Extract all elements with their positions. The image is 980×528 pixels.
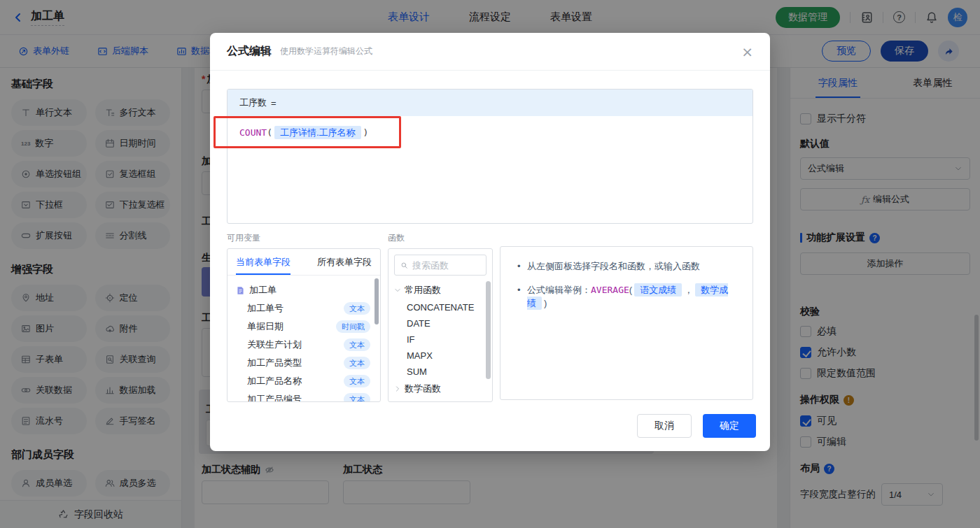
- function-item[interactable]: MAPX: [388, 348, 492, 364]
- formula-target-field: 工序数: [239, 97, 267, 109]
- variables-box: 当前表单字段 所有表单字段 加工单 加工单号 文本: [227, 248, 381, 402]
- formula-target-strip: 工序数 =: [227, 90, 752, 116]
- function-name: COUNT: [239, 127, 267, 138]
- variable-row[interactable]: 加工产品编号 文本: [227, 390, 380, 402]
- document-icon: [236, 286, 245, 295]
- type-badge: 文本: [344, 338, 370, 351]
- function-item[interactable]: IF: [388, 331, 492, 348]
- formula-editor-box[interactable]: 工序数 = COUNT(工序详情.工序名称): [227, 89, 753, 224]
- variables-tabs: 当前表单字段 所有表单字段: [227, 249, 380, 276]
- tab-all-form-fields[interactable]: 所有表单字段: [317, 249, 372, 275]
- functions-label: 函数: [388, 232, 493, 244]
- type-badge: 文本: [344, 393, 370, 402]
- function-group-math[interactable]: 数学函数: [388, 380, 492, 398]
- function-search-input[interactable]: [412, 260, 480, 271]
- help-column: 从左侧面板选择字段名和函数，或输入函数 公式编辑举例：AVERAGE(语文成绩，…: [500, 232, 753, 402]
- confirm-button[interactable]: 确定: [703, 414, 756, 438]
- equals-sign: =: [271, 98, 276, 108]
- formula-edit-dialog: 公式编辑 使用数学运算符编辑公式 × 工序数 = COUNT(工序详情.工序名称…: [210, 33, 770, 451]
- functions-scrollbar[interactable]: [486, 281, 491, 379]
- help-tip-1: 从左侧面板选择字段名和函数，或输入函数: [516, 259, 737, 273]
- example-function-name: AVERAGE: [591, 285, 629, 295]
- variable-row[interactable]: 加工单号 文本: [227, 299, 380, 317]
- formula-expression[interactable]: COUNT(工序详情.工序名称): [227, 116, 752, 150]
- dialog-title: 公式编辑: [227, 44, 272, 59]
- help-box: 从左侧面板选择字段名和函数，或输入函数 公式编辑举例：AVERAGE(语文成绩，…: [500, 246, 753, 400]
- function-item[interactable]: CONCATENATE: [388, 299, 492, 315]
- functions-box: 常用函数 CONCATENATE DATE IF MAPX SUM 数学函数 文…: [388, 248, 493, 402]
- dialog-body: 工序数 = COUNT(工序详情.工序名称) 可用变量 当前表单字段 所有表单字…: [210, 71, 770, 402]
- function-search[interactable]: [394, 255, 486, 276]
- variables-scrollbar[interactable]: [374, 278, 379, 324]
- chevron-down-icon: [394, 287, 401, 294]
- cancel-button[interactable]: 取消: [637, 414, 692, 438]
- function-group-common[interactable]: 常用函数: [388, 281, 492, 299]
- search-icon: [400, 261, 408, 270]
- example-chip-1: 语文成绩: [634, 283, 682, 297]
- type-badge: 文本: [344, 302, 370, 315]
- function-item[interactable]: DATE: [388, 315, 492, 331]
- variable-row[interactable]: 加工产品名称 文本: [227, 372, 380, 390]
- dialog-footer: 取消 确定: [637, 414, 756, 438]
- help-tip-2: 公式编辑举例：AVERAGE(语文成绩，数学成绩): [516, 283, 737, 311]
- close-icon[interactable]: ×: [741, 45, 753, 59]
- function-group-text[interactable]: 文本函数: [388, 398, 492, 402]
- tree-root-form[interactable]: 加工单: [227, 281, 380, 299]
- variables-tree: 加工单 加工单号 文本 单据日期 时间戳 关联生产计划 文本 加工产品类型: [227, 276, 380, 402]
- tab-current-form-fields[interactable]: 当前表单字段: [236, 249, 290, 275]
- function-item[interactable]: SUM: [388, 364, 492, 380]
- variable-row[interactable]: 关联生产计划 文本: [227, 336, 380, 354]
- dialog-header: 公式编辑 使用数学运算符编辑公式 ×: [210, 33, 770, 71]
- variables-label: 可用变量: [227, 232, 381, 244]
- type-badge: 文本: [344, 357, 370, 369]
- dialog-middle-row: 可用变量 当前表单字段 所有表单字段 加工单 加工单号: [227, 232, 753, 402]
- type-badge: 时间戳: [336, 320, 370, 333]
- type-badge: 文本: [344, 375, 370, 387]
- paren-close: ): [363, 127, 369, 138]
- field-chip[interactable]: 工序详情.工序名称: [274, 126, 361, 139]
- chevron-right-icon: [394, 385, 401, 392]
- functions-column: 函数 常用函数 CONCATENATE DATE IF MAPX: [388, 232, 493, 402]
- variables-column: 可用变量 当前表单字段 所有表单字段 加工单 加工单号: [227, 232, 381, 402]
- variable-row[interactable]: 单据日期 时间戳: [227, 317, 380, 336]
- paren-open: (: [267, 127, 272, 138]
- dialog-subtitle: 使用数学运算符编辑公式: [280, 45, 372, 57]
- variable-row[interactable]: 加工产品类型 文本: [227, 354, 380, 372]
- help-spacer: [500, 232, 753, 242]
